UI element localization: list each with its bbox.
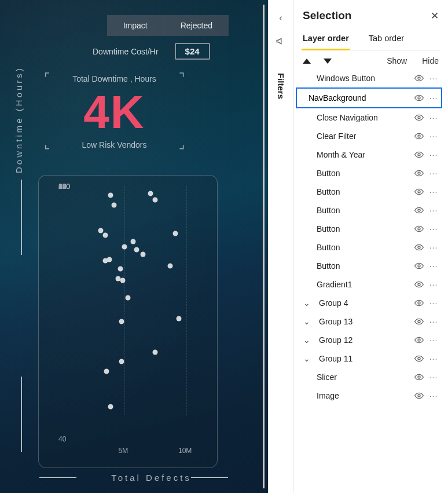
layer-row[interactable]: Button··· xyxy=(302,257,440,275)
scatter-point[interactable] xyxy=(177,316,182,321)
visibility-toggle-icon[interactable] xyxy=(414,317,425,326)
more-options-icon[interactable]: ··· xyxy=(428,113,439,122)
svg-point-3 xyxy=(418,135,420,137)
tab-layer-order[interactable]: Layer order xyxy=(302,28,350,50)
visibility-toggle-icon[interactable] xyxy=(414,169,425,178)
filters-pane-label[interactable]: Filters xyxy=(276,73,286,99)
tab-tab-order[interactable]: Tab order xyxy=(368,28,405,50)
visibility-toggle-icon[interactable] xyxy=(414,391,425,400)
expand-chevron-icon[interactable]: ‹ xyxy=(279,13,282,23)
chevron-down-icon[interactable]: ⌄ xyxy=(302,335,312,345)
visibility-toggle-icon[interactable] xyxy=(414,150,425,159)
layer-row[interactable]: Button··· xyxy=(302,220,440,238)
scatter-point[interactable] xyxy=(148,191,153,196)
layer-row[interactable]: ⌄Group 12··· xyxy=(302,331,440,349)
visibility-toggle-icon[interactable] xyxy=(414,132,425,141)
impact-tab-button[interactable]: Impact xyxy=(107,15,164,36)
layer-row[interactable]: ⌄Group 13··· xyxy=(302,312,440,331)
scatter-point[interactable] xyxy=(172,231,178,236)
scatter-point[interactable] xyxy=(130,239,135,244)
more-options-icon[interactable]: ··· xyxy=(428,335,439,345)
scatter-point[interactable] xyxy=(122,244,127,249)
more-options-icon[interactable]: ··· xyxy=(428,298,439,308)
more-options-icon[interactable]: ··· xyxy=(428,187,439,196)
move-down-button[interactable] xyxy=(324,59,332,64)
scatter-point[interactable] xyxy=(108,404,113,409)
scatter-point[interactable] xyxy=(112,202,117,207)
scatter-point[interactable] xyxy=(119,359,124,364)
scatter-point[interactable] xyxy=(134,247,139,253)
more-options-icon[interactable]: ··· xyxy=(428,261,439,271)
layer-rename-input[interactable] xyxy=(307,91,411,105)
more-options-icon[interactable]: ··· xyxy=(428,391,439,400)
layer-row[interactable]: Windows Button··· xyxy=(302,69,440,87)
hide-all-button[interactable]: Hide xyxy=(422,56,439,65)
more-options-icon[interactable]: ··· xyxy=(428,373,439,382)
more-options-icon[interactable]: ··· xyxy=(428,74,439,83)
scatter-point[interactable] xyxy=(153,349,158,355)
announce-icon[interactable] xyxy=(276,36,286,46)
layer-label: Month & Year xyxy=(315,150,411,159)
more-options-icon[interactable]: ··· xyxy=(428,150,439,159)
more-options-icon[interactable]: ··· xyxy=(428,206,439,215)
scatter-point[interactable] xyxy=(103,233,108,238)
scatter-point[interactable] xyxy=(153,198,158,203)
layer-row[interactable]: ⌄Group 4··· xyxy=(302,294,440,312)
layer-row[interactable]: ··· xyxy=(296,87,442,108)
layer-row[interactable]: Close Navigation··· xyxy=(302,108,440,127)
scatter-point[interactable] xyxy=(98,228,103,233)
layer-row[interactable]: Button··· xyxy=(302,182,440,201)
visibility-toggle-icon[interactable] xyxy=(414,298,425,308)
downtime-cost-value-box[interactable]: $24 xyxy=(175,43,210,60)
visibility-toggle-icon[interactable] xyxy=(414,113,425,122)
more-options-icon[interactable]: ··· xyxy=(428,224,439,233)
layer-label: Gradient1 xyxy=(315,280,411,289)
visibility-toggle-icon[interactable] xyxy=(414,373,425,382)
layer-row[interactable]: Image··· xyxy=(302,386,440,405)
scatter-point[interactable] xyxy=(118,266,123,272)
visibility-toggle-icon[interactable] xyxy=(414,354,425,363)
scatter-point[interactable] xyxy=(104,368,109,374)
svg-point-14 xyxy=(418,339,420,341)
layer-row[interactable]: Button··· xyxy=(302,164,440,182)
more-options-icon[interactable]: ··· xyxy=(428,93,439,103)
layer-row[interactable]: Gradient1··· xyxy=(302,275,440,294)
more-options-icon[interactable]: ··· xyxy=(428,132,439,141)
visibility-toggle-icon[interactable] xyxy=(414,206,425,215)
scatter-point[interactable] xyxy=(168,263,173,268)
chevron-down-icon[interactable]: ⌄ xyxy=(302,298,312,308)
scatter-point[interactable] xyxy=(140,252,145,257)
scatter-point[interactable] xyxy=(108,193,113,198)
visibility-toggle-icon[interactable] xyxy=(414,74,425,83)
scatter-point[interactable] xyxy=(120,277,126,283)
show-all-button[interactable]: Show xyxy=(387,56,407,65)
visibility-toggle-icon[interactable] xyxy=(414,261,425,271)
chevron-down-icon[interactable]: ⌄ xyxy=(302,354,312,363)
scatter-chart-card[interactable]: 200 180 160 140 120 100 80 60 40 5M 10M xyxy=(38,175,218,468)
rejected-tab-button[interactable]: Rejected xyxy=(164,15,229,36)
layer-row[interactable]: ⌄Group 11··· xyxy=(302,349,440,368)
layer-row[interactable]: Button··· xyxy=(302,201,440,220)
layer-row[interactable]: Slicer··· xyxy=(302,368,440,386)
more-options-icon[interactable]: ··· xyxy=(428,354,439,363)
layer-row[interactable]: Clear Filter··· xyxy=(302,127,440,145)
visibility-toggle-icon[interactable] xyxy=(414,335,425,345)
layer-label: Close Navigation xyxy=(315,113,411,122)
visibility-toggle-icon[interactable] xyxy=(414,243,425,252)
visibility-toggle-icon[interactable] xyxy=(414,280,425,289)
visibility-toggle-icon[interactable] xyxy=(414,224,425,233)
move-up-button[interactable] xyxy=(303,59,311,64)
layer-row[interactable]: Button··· xyxy=(302,238,440,257)
chevron-down-icon[interactable]: ⌄ xyxy=(302,317,312,326)
more-options-icon[interactable]: ··· xyxy=(428,317,439,326)
layer-row[interactable]: Month & Year··· xyxy=(302,145,440,164)
visibility-toggle-icon[interactable] xyxy=(414,93,425,103)
scatter-point[interactable] xyxy=(119,319,124,324)
more-options-icon[interactable]: ··· xyxy=(428,169,439,178)
more-options-icon[interactable]: ··· xyxy=(428,280,439,289)
visibility-toggle-icon[interactable] xyxy=(414,187,425,196)
more-options-icon[interactable]: ··· xyxy=(428,243,439,252)
scatter-point[interactable] xyxy=(107,257,112,262)
scatter-point[interactable] xyxy=(125,295,130,300)
close-icon[interactable]: ✕ xyxy=(431,10,439,22)
